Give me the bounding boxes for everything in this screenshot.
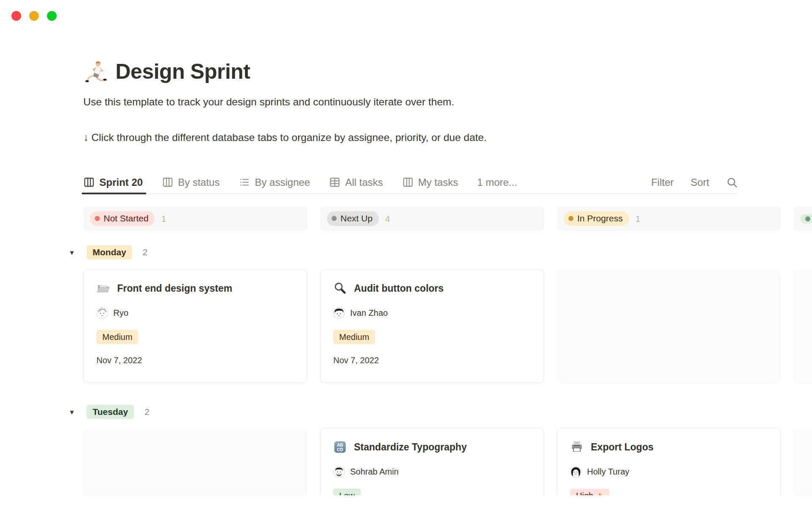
filter-button[interactable]: Filter: [651, 177, 674, 188]
status-label: In Progress: [577, 213, 623, 224]
column-header-row: Not Started 1 Next Up 4 In Progress 1: [83, 207, 738, 231]
runner-emoji-icon: [83, 60, 107, 83]
tab-label: Sprint 20: [99, 177, 143, 188]
assignee-row: Ryo: [96, 307, 294, 319]
status-badge: Next Up: [327, 211, 379, 226]
column-header-next-up[interactable]: Next Up 4: [320, 207, 544, 231]
assignee-name: Holly Turay: [587, 467, 629, 477]
view-controls: Filter Sort: [651, 177, 738, 188]
board-view-icon: [162, 177, 173, 188]
column-count: 1: [161, 214, 166, 224]
tab-label: My tasks: [418, 177, 458, 188]
abcd-icon: AB CD: [333, 440, 347, 454]
card-title: Standardize Typography: [354, 442, 467, 453]
group-label: Monday: [93, 247, 126, 257]
tab-my-tasks[interactable]: My tasks: [402, 171, 458, 193]
priority-badge: Medium: [96, 330, 138, 344]
status-label: Not Started: [104, 213, 148, 224]
assignee-row: Ivan Zhao: [333, 307, 531, 319]
close-button[interactable]: [11, 11, 21, 21]
printer-icon: [570, 440, 584, 454]
page-header: Design Sprint: [83, 58, 738, 86]
tab-label: By status: [178, 177, 220, 188]
tab-all-tasks[interactable]: All tasks: [329, 171, 383, 193]
status-label: Next Up: [340, 213, 373, 224]
group-count: 2: [145, 407, 150, 417]
collapse-toggle-icon[interactable]: ▼: [68, 249, 76, 256]
due-date: Nov 7, 2022: [96, 356, 294, 365]
view-tabs: Sprint 20 By status: [83, 171, 517, 193]
task-card-front-end-design-system[interactable]: Front end design system R: [83, 269, 307, 383]
avatar-holly-turay: [570, 466, 582, 478]
task-card-audit-button-colors[interactable]: Audit button colors Ivan Zhao: [320, 269, 544, 383]
status-dot-icon: [95, 216, 100, 221]
app-window: Design Sprint Use this template to track…: [0, 0, 812, 508]
due-date: Nov 7, 2022: [333, 356, 531, 365]
empty-column-placeholder: [794, 269, 812, 384]
page-content: Design Sprint Use this template to track…: [0, 0, 738, 508]
page-title: Design Sprint: [115, 59, 250, 84]
status-dot-icon: [332, 216, 337, 221]
group-count: 2: [143, 247, 148, 257]
sort-button[interactable]: Sort: [691, 177, 709, 188]
table-view-icon: [329, 177, 340, 188]
card-title: Audit button colors: [354, 283, 444, 294]
tab-sprint-20[interactable]: Sprint 20: [83, 171, 143, 193]
tab-label: All tasks: [345, 177, 383, 188]
empty-column-placeholder: [557, 269, 781, 384]
magnifier-icon: [333, 282, 347, 295]
group-badge[interactable]: Tuesday: [87, 405, 134, 419]
assignee-name: Sohrab Amin: [350, 467, 399, 477]
status-badge: [801, 214, 812, 224]
avatar-sohrab-amin: [333, 466, 345, 478]
status-badge: Not Started: [90, 211, 155, 226]
tab-by-assignee[interactable]: By assignee: [239, 171, 310, 193]
group-badge[interactable]: Monday: [87, 245, 132, 260]
card-title: Export Logos: [591, 442, 653, 453]
window-controls: [11, 11, 57, 21]
status-dot-icon: [568, 216, 573, 221]
column-header-not-started[interactable]: Not Started 1: [83, 207, 307, 231]
zoom-button[interactable]: [47, 11, 57, 21]
assignee-row: Holly Turay: [570, 466, 768, 478]
status-badge: In Progress: [564, 211, 629, 226]
assignee-row: Sohrab Amin: [333, 466, 531, 478]
card-title-row: Front end design system: [96, 282, 294, 295]
minimize-button[interactable]: [29, 11, 39, 21]
card-title-row: Audit button colors: [333, 282, 531, 295]
column-count: 1: [635, 214, 640, 224]
column-count: 4: [385, 214, 390, 224]
group-header-tuesday: ▼ Tuesday 2: [68, 404, 738, 420]
card-title-row: Export Logos: [570, 440, 768, 454]
assignee-name: Ivan Zhao: [350, 308, 388, 318]
board-view-icon: [83, 177, 95, 188]
active-tab-underline: [82, 193, 146, 194]
column-header-in-progress[interactable]: In Progress 1: [557, 207, 781, 231]
more-views-link[interactable]: 1 more...: [477, 177, 517, 188]
tab-by-status[interactable]: By status: [162, 171, 220, 193]
avatar-ivan-zhao: [333, 307, 345, 319]
page-hint: ↓ Click through the different database t…: [83, 131, 738, 144]
card-title-row: AB CD Standardize Typography: [333, 440, 531, 454]
svg-text:CD: CD: [337, 447, 343, 452]
folder-icon: [96, 282, 110, 295]
avatar-ryo: [96, 307, 108, 319]
card-title: Front end design system: [117, 283, 232, 294]
group-label: Tuesday: [93, 407, 128, 417]
search-icon[interactable]: [726, 177, 738, 188]
svg-text:AB: AB: [337, 443, 343, 447]
assignee-name: Ryo: [113, 308, 129, 318]
list-view-icon: [239, 177, 250, 188]
priority-badge: Medium: [333, 330, 375, 344]
kanban-board: Not Started 1 Next Up 4 In Progress 1 ▼: [83, 207, 738, 508]
viewport-cutoff-mask: [0, 495, 812, 508]
group-header-monday: ▼ Monday 2: [68, 245, 738, 260]
view-tabbar: Sprint 20 By status: [83, 171, 738, 194]
board-view-icon: [402, 177, 414, 188]
group-monday-cards: Front end design system R: [83, 269, 738, 384]
status-dot-icon: [805, 216, 810, 221]
tab-label: By assignee: [255, 177, 310, 188]
column-header-clipped[interactable]: [794, 207, 812, 231]
collapse-toggle-icon[interactable]: ▼: [68, 409, 76, 416]
page-description: Use this template to track your design s…: [83, 96, 738, 108]
